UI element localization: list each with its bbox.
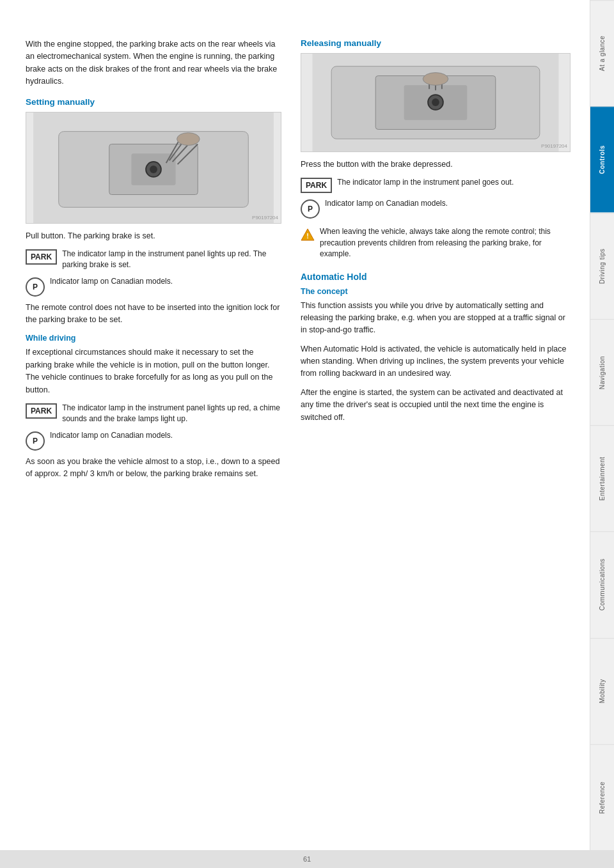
page-number: 61: [303, 855, 311, 863]
svg-point-20: [423, 73, 448, 86]
circle-indicator-set: P Indicator lamp on Canadian models.: [26, 276, 281, 297]
circle-indicator-text-3: Indicator lamp on Canadian models.: [325, 198, 448, 209]
concept-title: The concept: [301, 287, 571, 296]
bottom-bar: 61: [0, 850, 614, 868]
park-indicator-text-1: The indicator lamp in the instrument pan…: [62, 249, 281, 271]
auto-hold-body1: This function assists you while you driv…: [301, 300, 571, 337]
auto-hold-body3: After the engine is started, the system …: [301, 387, 571, 424]
while-driving-body: If exceptional circumstances should make…: [26, 346, 281, 396]
intro-text: With the engine stopped, the parking bra…: [26, 38, 281, 88]
remote-control-text: The remote control does not have to be i…: [26, 302, 281, 327]
svg-text:!: !: [306, 232, 309, 240]
p-circle-badge-3: P: [301, 199, 320, 219]
svg-point-16: [432, 98, 439, 106]
automatic-hold-title: Automatic Hold: [301, 272, 571, 282]
p-circle-badge-1: P: [26, 277, 45, 297]
svg-point-5: [150, 166, 157, 173]
park-indicator-text-2: The indicator lamp in the instrument pan…: [62, 403, 281, 425]
releasing-manually-image: P90197204: [301, 53, 571, 152]
sidebar-item-at-a-glance[interactable]: At a glance: [590, 0, 614, 106]
image-watermark-2: P90197204: [541, 143, 567, 149]
circle-indicator-driving: P Indicator lamp on Canadian models.: [26, 430, 281, 451]
park-badge-3: PARK: [301, 178, 332, 193]
park-badge-1: PARK: [26, 249, 57, 265]
press-text: Press the button with the brake depresse…: [301, 159, 571, 171]
while-driving-bottom: As soon as you brake the vehicle almost …: [26, 456, 281, 481]
park-indicator-set: PARK The indicator lamp in the instrumen…: [26, 249, 281, 271]
sidebar-item-reference[interactable]: Reference: [590, 744, 614, 850]
releasing-manually-title: Releasing manually: [301, 38, 571, 48]
sidebar-item-navigation[interactable]: Navigation: [590, 319, 614, 425]
park-indicator-driving: PARK The indicator lamp in the instrumen…: [26, 403, 281, 425]
sidebar-item-driving-tips[interactable]: Driving tips: [590, 213, 614, 319]
park-badge-2: PARK: [26, 403, 57, 419]
image-watermark-1: P90197204: [252, 215, 278, 221]
warning-box: ! When leaving the vehicle, always take …: [301, 226, 571, 260]
p-circle-badge-2: P: [26, 431, 45, 451]
left-column: With the engine stopped, the parking bra…: [26, 38, 294, 825]
sidebar-item-communications[interactable]: Communications: [590, 531, 614, 637]
warning-text: When leaving the vehicle, always take al…: [320, 226, 571, 260]
sidebar-item-controls[interactable]: Controls: [590, 106, 614, 212]
circle-indicator-text-2: Indicator lamp on Canadian models.: [50, 430, 173, 441]
warning-triangle-icon: !: [301, 228, 315, 242]
pull-text: Pull button. The parking brake is set.: [26, 230, 281, 242]
sidebar-item-mobility[interactable]: Mobility: [590, 638, 614, 744]
setting-manually-title: Setting manually: [26, 97, 281, 107]
svg-point-10: [177, 132, 200, 145]
right-column: Releasing manually: [294, 38, 571, 825]
park-indicator-text-3: The indicator lamp in the instrument pan…: [337, 177, 514, 188]
sidebar: At a glance Controls Driving tips Naviga…: [590, 0, 614, 850]
setting-manually-image: P90197204: [26, 112, 281, 224]
auto-hold-body2: When Automatic Hold is activated, the ve…: [301, 343, 571, 380]
while-driving-title: While driving: [26, 334, 281, 343]
sidebar-item-entertainment[interactable]: Entertainment: [590, 425, 614, 531]
circle-indicator-release: P Indicator lamp on Canadian models.: [301, 198, 571, 219]
park-indicator-release: PARK The indicator lamp in the instrumen…: [301, 177, 571, 193]
circle-indicator-text-1: Indicator lamp on Canadian models.: [50, 276, 173, 287]
